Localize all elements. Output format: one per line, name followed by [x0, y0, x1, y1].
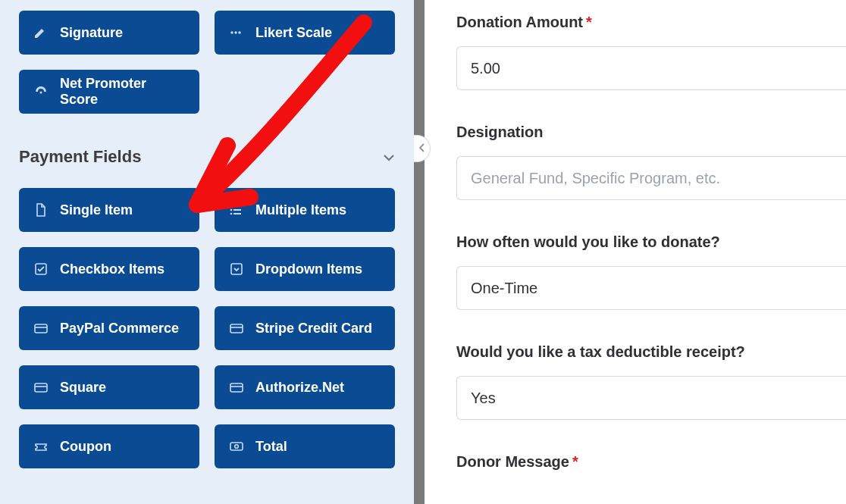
field-button-label: Dropdown Items	[255, 261, 362, 277]
form-label: Designation	[456, 124, 846, 141]
money-icon	[228, 438, 245, 455]
file-icon	[33, 202, 49, 218]
field-button-label: Authorize.Net	[255, 380, 344, 396]
gauge-icon	[33, 83, 49, 100]
form-label: Donation Amount*	[456, 14, 846, 31]
field-button-label: Likert Scale	[255, 25, 332, 41]
field-button-square[interactable]: Square	[19, 365, 199, 409]
field-button-net-promoter-score[interactable]: Net Promoter Score	[19, 70, 199, 114]
card-icon	[228, 320, 245, 337]
field-button-total[interactable]: Total	[215, 424, 395, 468]
section-header-payment-fields[interactable]: Payment Fields	[19, 147, 395, 167]
field-button-label: Signature	[60, 25, 123, 41]
form-label-text: Would you like a tax deductible receipt?	[456, 343, 745, 360]
form-preview-panel: Donation Amount*DesignationHow often wou…	[425, 0, 846, 504]
form-input[interactable]	[456, 266, 846, 310]
chevron-left-icon	[418, 142, 426, 155]
fields-sidebar: SignatureLikert ScaleNet Promoter Score …	[0, 0, 425, 504]
field-button-authorize-net[interactable]: Authorize.Net	[215, 365, 395, 409]
form-label-text: Donation Amount	[456, 14, 583, 30]
field-button-label: Multiple Items	[255, 202, 346, 218]
field-button-paypal-commerce[interactable]: PayPal Commerce	[19, 306, 199, 350]
field-button-label: Checkbox Items	[60, 261, 164, 277]
field-button-label: Single Item	[60, 202, 133, 218]
required-marker: *	[586, 14, 592, 30]
dots-icon	[228, 24, 245, 41]
chevron-down-icon	[383, 147, 395, 167]
form-field: Would you like a tax deductible receipt?	[456, 343, 846, 420]
form-label: Donor Message*	[456, 453, 846, 471]
required-marker: *	[572, 453, 578, 470]
card-icon	[33, 320, 49, 337]
form-input[interactable]	[456, 376, 846, 420]
field-button-likert-scale[interactable]: Likert Scale	[215, 11, 395, 55]
card-icon	[228, 379, 245, 396]
field-button-label: Stripe Credit Card	[255, 321, 372, 337]
field-button-label: Square	[60, 380, 106, 396]
form-field: Donation Amount*	[456, 14, 846, 90]
field-button-stripe-credit-card[interactable]: Stripe Credit Card	[215, 306, 395, 350]
field-button-single-item[interactable]: Single Item	[19, 188, 199, 232]
card-icon	[33, 379, 49, 396]
field-button-checkbox-items[interactable]: Checkbox Items	[19, 247, 199, 291]
section-title: Payment Fields	[19, 147, 141, 167]
form-field: How often would you like to donate?	[456, 233, 846, 310]
field-button-label: Total	[255, 439, 287, 455]
field-button-multiple-items[interactable]: Multiple Items	[215, 188, 395, 232]
ticket-icon	[33, 438, 49, 455]
pencil-icon	[33, 24, 49, 41]
field-button-label: Net Promoter Score	[60, 76, 186, 108]
form-input[interactable]	[456, 46, 846, 90]
field-button-dropdown-items[interactable]: Dropdown Items	[215, 247, 395, 291]
caret-square-icon	[228, 261, 245, 277]
form-input[interactable]	[456, 156, 846, 200]
field-button-label: PayPal Commerce	[60, 321, 179, 337]
form-label-text: Designation	[456, 124, 543, 140]
form-label: Would you like a tax deductible receipt?	[456, 343, 846, 361]
form-label-text: Donor Message	[456, 453, 569, 470]
field-button-coupon[interactable]: Coupon	[19, 424, 199, 468]
field-button-label: Coupon	[60, 439, 111, 455]
check-square-icon	[33, 261, 49, 277]
form-field: Donor Message*	[456, 453, 846, 471]
form-label: How often would you like to donate?	[456, 233, 846, 251]
field-button-signature[interactable]: Signature	[19, 11, 199, 55]
form-field: Designation	[456, 124, 846, 200]
form-label-text: How often would you like to donate?	[456, 233, 720, 250]
list-icon	[228, 202, 245, 218]
